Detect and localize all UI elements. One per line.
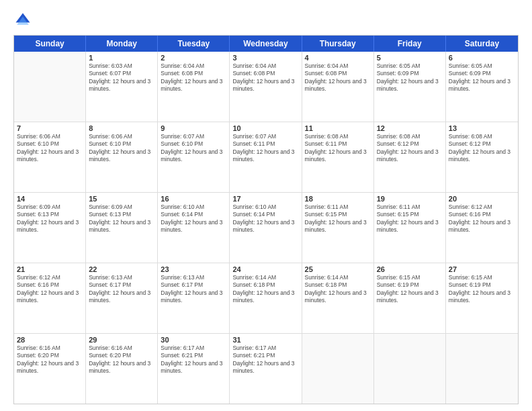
calendar-cell: 2Sunrise: 6:04 AM Sunset: 6:08 PM Daylig… [158,52,230,122]
day-info: Sunrise: 6:06 AM Sunset: 6:10 PM Dayligh… [17,133,83,164]
calendar-cell: 3Sunrise: 6:04 AM Sunset: 6:08 PM Daylig… [230,52,302,122]
day-info: Sunrise: 6:07 AM Sunset: 6:11 PM Dayligh… [232,133,298,164]
calendar-cell: 20Sunrise: 6:12 AM Sunset: 6:16 PM Dayli… [446,193,518,263]
day-info: Sunrise: 6:09 AM Sunset: 6:13 PM Dayligh… [17,203,83,234]
day-info: Sunrise: 6:04 AM Sunset: 6:08 PM Dayligh… [232,62,298,93]
day-info: Sunrise: 6:08 AM Sunset: 6:12 PM Dayligh… [377,133,443,164]
day-info: Sunrise: 6:13 AM Sunset: 6:17 PM Dayligh… [89,274,154,305]
day-info: Sunrise: 6:15 AM Sunset: 6:19 PM Dayligh… [449,274,515,305]
day-info: Sunrise: 6:08 AM Sunset: 6:11 PM Dayligh… [305,133,371,164]
calendar-cell: 12Sunrise: 6:08 AM Sunset: 6:12 PM Dayli… [374,122,446,192]
calendar-cell: 10Sunrise: 6:07 AM Sunset: 6:11 PM Dayli… [230,122,302,192]
calendar-cell: 9Sunrise: 6:07 AM Sunset: 6:10 PM Daylig… [158,122,230,192]
day-info: Sunrise: 6:16 AM Sunset: 6:20 PM Dayligh… [17,345,83,375]
day-info: Sunrise: 6:07 AM Sunset: 6:10 PM Dayligh… [161,133,226,164]
day-number: 11 [305,124,371,132]
day-number: 26 [377,265,443,273]
calendar-cell: 7Sunrise: 6:06 AM Sunset: 6:10 PM Daylig… [14,122,86,192]
day-number: 8 [89,124,154,132]
calendar-cell: 8Sunrise: 6:06 AM Sunset: 6:10 PM Daylig… [86,122,158,192]
day-number: 31 [232,336,298,344]
day-info: Sunrise: 6:04 AM Sunset: 6:08 PM Dayligh… [305,62,371,93]
calendar-cell: 21Sunrise: 6:12 AM Sunset: 6:16 PM Dayli… [14,263,86,333]
day-info: Sunrise: 6:14 AM Sunset: 6:18 PM Dayligh… [305,274,371,305]
day-number: 13 [449,124,515,132]
calendar-week-row: 21Sunrise: 6:12 AM Sunset: 6:16 PM Dayli… [14,263,518,334]
day-info: Sunrise: 6:14 AM Sunset: 6:18 PM Dayligh… [232,274,298,305]
day-number: 30 [161,336,226,344]
day-of-week-header: Monday [86,36,158,52]
calendar-cell: 31Sunrise: 6:17 AM Sunset: 6:21 PM Dayli… [230,334,302,404]
calendar-cell: 19Sunrise: 6:11 AM Sunset: 6:15 PM Dayli… [374,193,446,263]
day-number: 17 [232,195,298,203]
day-info: Sunrise: 6:09 AM Sunset: 6:13 PM Dayligh… [89,203,154,234]
day-info: Sunrise: 6:11 AM Sunset: 6:15 PM Dayligh… [377,203,443,234]
calendar-cell: 18Sunrise: 6:11 AM Sunset: 6:15 PM Dayli… [302,193,374,263]
day-info: Sunrise: 6:08 AM Sunset: 6:12 PM Dayligh… [449,133,515,164]
day-number: 4 [305,54,371,62]
day-number: 18 [305,195,371,203]
calendar-cell [374,334,446,404]
day-number: 27 [449,265,515,273]
calendar-week-row: 14Sunrise: 6:09 AM Sunset: 6:13 PM Dayli… [14,193,518,263]
calendar-cell: 24Sunrise: 6:14 AM Sunset: 6:18 PM Dayli… [230,263,302,333]
calendar-week-row: 1Sunrise: 6:03 AM Sunset: 6:07 PM Daylig… [14,52,518,122]
day-number: 3 [232,54,298,62]
day-info: Sunrise: 6:12 AM Sunset: 6:16 PM Dayligh… [449,203,515,234]
day-number: 16 [161,195,226,203]
day-number: 14 [17,195,83,203]
day-info: Sunrise: 6:17 AM Sunset: 6:21 PM Dayligh… [161,345,226,375]
calendar-cell: 28Sunrise: 6:16 AM Sunset: 6:20 PM Dayli… [14,334,86,404]
calendar-cell: 4Sunrise: 6:04 AM Sunset: 6:08 PM Daylig… [302,52,374,122]
day-number: 6 [449,54,515,62]
day-number: 2 [161,54,226,62]
calendar-cell [302,334,374,404]
calendar-cell: 13Sunrise: 6:08 AM Sunset: 6:12 PM Dayli… [446,122,518,192]
day-of-week-header: Sunday [14,36,86,52]
day-info: Sunrise: 6:15 AM Sunset: 6:19 PM Dayligh… [377,274,443,305]
calendar-cell: 23Sunrise: 6:13 AM Sunset: 6:17 PM Dayli… [158,263,230,333]
calendar-cell: 25Sunrise: 6:14 AM Sunset: 6:18 PM Dayli… [302,263,374,333]
day-number: 9 [161,124,226,132]
day-number: 22 [89,265,154,273]
calendar-week-row: 7Sunrise: 6:06 AM Sunset: 6:10 PM Daylig… [14,122,518,193]
day-info: Sunrise: 6:06 AM Sunset: 6:10 PM Dayligh… [89,133,154,164]
day-number: 1 [89,54,154,62]
page: SundayMondayTuesdayWednesdayThursdayFrid… [0,0,532,411]
calendar: SundayMondayTuesdayWednesdayThursdayFrid… [13,35,519,404]
day-info: Sunrise: 6:05 AM Sunset: 6:09 PM Dayligh… [377,62,443,93]
day-info: Sunrise: 6:03 AM Sunset: 6:07 PM Dayligh… [89,62,154,93]
day-info: Sunrise: 6:12 AM Sunset: 6:16 PM Dayligh… [17,274,83,305]
day-number: 10 [232,124,298,132]
calendar-header: SundayMondayTuesdayWednesdayThursdayFrid… [14,36,518,52]
day-info: Sunrise: 6:05 AM Sunset: 6:09 PM Dayligh… [449,62,515,93]
day-of-week-header: Friday [374,36,446,52]
day-info: Sunrise: 6:17 AM Sunset: 6:21 PM Dayligh… [232,345,298,375]
logo [13,11,35,30]
day-number: 12 [377,124,443,132]
day-info: Sunrise: 6:10 AM Sunset: 6:14 PM Dayligh… [232,203,298,234]
day-number: 25 [305,265,371,273]
day-info: Sunrise: 6:11 AM Sunset: 6:15 PM Dayligh… [305,203,371,234]
day-of-week-header: Saturday [446,36,518,52]
day-of-week-header: Thursday [302,36,374,52]
header [13,11,519,30]
calendar-cell: 30Sunrise: 6:17 AM Sunset: 6:21 PM Dayli… [158,334,230,404]
day-info: Sunrise: 6:04 AM Sunset: 6:08 PM Dayligh… [161,62,226,93]
day-number: 28 [17,336,83,344]
calendar-cell: 26Sunrise: 6:15 AM Sunset: 6:19 PM Dayli… [374,263,446,333]
calendar-cell: 14Sunrise: 6:09 AM Sunset: 6:13 PM Dayli… [14,193,86,263]
calendar-cell: 5Sunrise: 6:05 AM Sunset: 6:09 PM Daylig… [374,52,446,122]
calendar-body: 1Sunrise: 6:03 AM Sunset: 6:07 PM Daylig… [14,52,518,404]
day-of-week-header: Tuesday [158,36,230,52]
day-number: 23 [161,265,226,273]
day-number: 29 [89,336,154,344]
day-number: 20 [449,195,515,203]
calendar-cell: 6Sunrise: 6:05 AM Sunset: 6:09 PM Daylig… [446,52,518,122]
day-number: 21 [17,265,83,273]
calendar-week-row: 28Sunrise: 6:16 AM Sunset: 6:20 PM Dayli… [14,334,518,404]
calendar-cell: 22Sunrise: 6:13 AM Sunset: 6:17 PM Dayli… [86,263,158,333]
calendar-cell [446,334,518,404]
day-number: 15 [89,195,154,203]
calendar-cell: 11Sunrise: 6:08 AM Sunset: 6:11 PM Dayli… [302,122,374,192]
